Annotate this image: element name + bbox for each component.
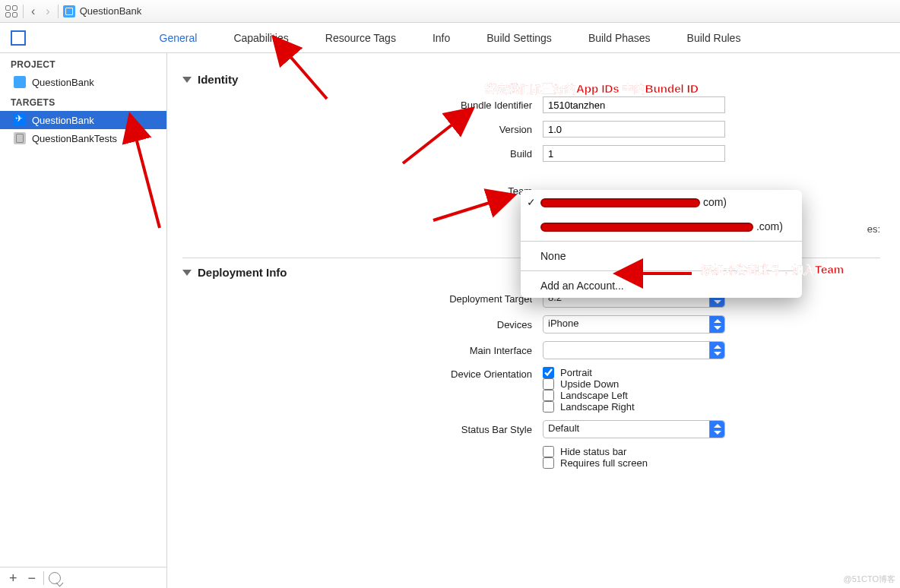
main-interface-label: Main Interface: [380, 345, 532, 356]
version-field[interactable]: [543, 121, 725, 138]
stepper-icon: [709, 316, 724, 333]
sidebar-header-project: PROJECT: [0, 53, 166, 73]
orientation-label: Device Orientation: [380, 368, 532, 380]
project-icon: [14, 76, 26, 88]
filter-targets-icon[interactable]: [49, 572, 61, 584]
disclosure-triangle-icon: [182, 77, 192, 83]
orientation-portrait-label: Portrait: [560, 367, 592, 378]
devices-value: iPhone: [548, 318, 578, 329]
targets-sidebar: PROJECT QuestionBank TARGETS QuestionBan…: [0, 53, 167, 588]
separator: [58, 5, 59, 18]
separator: [43, 571, 44, 585]
orientation-right-checkbox[interactable]: [543, 401, 554, 413]
tests-target-icon: [14, 132, 26, 144]
team-option-none[interactable]: None: [521, 244, 802, 268]
bundle-id-label: Bundle Identifier: [380, 100, 532, 111]
sidebar-target-label: QuestionBankTests: [32, 133, 117, 144]
section-title: Deployment Info: [198, 266, 287, 279]
status-bar-style-label: Status Bar Style: [380, 424, 532, 435]
tab-capabilities[interactable]: Capabilities: [233, 32, 288, 44]
tab-build-phases[interactable]: Build Phases: [588, 32, 651, 44]
hide-status-bar-label: Hide status bar: [560, 446, 626, 457]
toggle-sidebar-icon[interactable]: [11, 30, 26, 46]
nav-forward-button[interactable]: ›: [43, 5, 52, 18]
team-option-add-account[interactable]: Add an Account...: [521, 273, 802, 298]
stepper-icon: [709, 342, 724, 359]
sidebar-target-label: QuestionBank: [32, 115, 94, 126]
sidebar-project-label: QuestionBank: [32, 77, 94, 88]
project-editor: Identity Bundle Identifier Version Build…: [167, 53, 900, 588]
devices-label: Devices: [380, 319, 532, 330]
team-option-2[interactable]: .com): [521, 214, 802, 239]
build-label: Build: [380, 148, 532, 160]
add-target-button[interactable]: +: [6, 571, 21, 585]
team-label: Team: [380, 185, 532, 197]
orientation-right-label: Landscape Right: [560, 401, 635, 413]
menu-separator: [521, 241, 802, 242]
requires-full-screen-checkbox[interactable]: [543, 457, 554, 469]
main-interface-select[interactable]: [543, 341, 725, 359]
tab-info[interactable]: Info: [433, 32, 450, 44]
redacted-text: [540, 223, 753, 232]
separator: [23, 5, 24, 18]
app-target-icon: [14, 114, 26, 126]
status-bar-style-select[interactable]: Default: [543, 420, 725, 438]
nav-back-button[interactable]: ‹: [28, 5, 38, 18]
devices-select[interactable]: iPhone: [543, 315, 725, 334]
project-file-icon: [63, 5, 75, 17]
sidebar-header-targets: TARGETS: [0, 91, 166, 111]
orientation-left-checkbox[interactable]: [543, 390, 554, 401]
redacted-text: [540, 198, 700, 207]
sidebar-target-tests[interactable]: QuestionBankTests: [0, 129, 166, 147]
requires-full-screen-label: Requires full screen: [560, 457, 648, 469]
remove-target-button[interactable]: −: [25, 571, 40, 585]
tab-general[interactable]: General: [160, 32, 198, 44]
tab-build-settings[interactable]: Build Settings: [486, 32, 552, 44]
version-label: Version: [380, 124, 532, 135]
orientation-portrait-checkbox[interactable]: [543, 367, 554, 378]
sidebar-target-app[interactable]: QuestionBank: [0, 111, 166, 129]
status-bar-style-value: Default: [548, 422, 579, 434]
warning-text-fragment: es:: [867, 223, 880, 235]
team-option-1[interactable]: com): [521, 190, 802, 214]
section-title: Identity: [198, 73, 238, 86]
orientation-left-label: Landscape Left: [560, 390, 628, 401]
team-option-suffix: com): [703, 196, 727, 208]
hide-status-bar-checkbox[interactable]: [543, 446, 554, 457]
team-option-suffix: .com): [756, 220, 783, 232]
sidebar-project-item[interactable]: QuestionBank: [0, 73, 166, 91]
disclosure-triangle-icon: [182, 270, 192, 276]
breadcrumb-title[interactable]: QuestionBank: [80, 5, 142, 17]
menu-separator: [521, 270, 802, 271]
stepper-icon: [709, 421, 724, 438]
tab-build-rules[interactable]: Build Rules: [687, 32, 741, 44]
team-dropdown[interactable]: com) .com) None Add an Account...: [521, 190, 802, 298]
related-items-icon[interactable]: [5, 5, 18, 18]
build-field[interactable]: [543, 145, 725, 162]
section-identity[interactable]: Identity: [182, 73, 880, 86]
orientation-upside-checkbox[interactable]: [543, 378, 554, 390]
bundle-id-field[interactable]: [543, 96, 725, 113]
watermark: @51CTO博客: [844, 574, 895, 585]
tab-resource-tags[interactable]: Resource Tags: [325, 32, 396, 44]
deployment-target-label: Deployment Target: [380, 293, 532, 305]
orientation-upside-label: Upside Down: [560, 378, 619, 390]
